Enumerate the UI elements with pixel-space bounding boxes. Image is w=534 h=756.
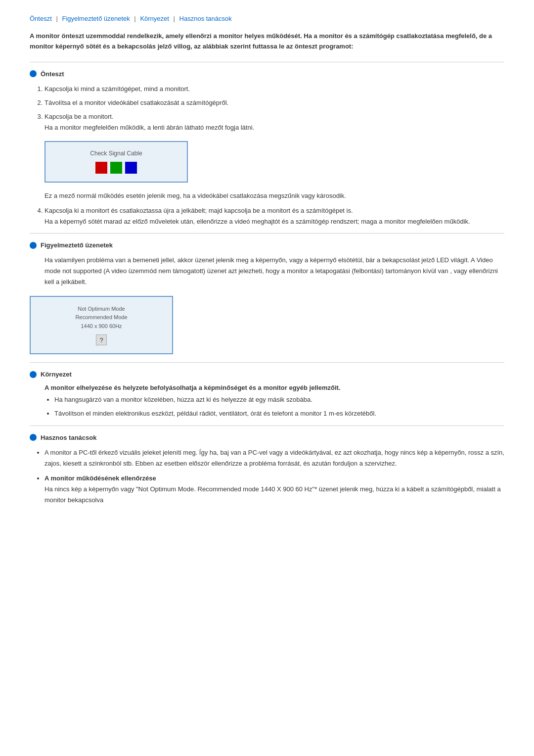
hasznos-sub-item-1: A monitor működésének ellenőrzése Ha nin… <box>44 473 504 506</box>
hasznos-icon <box>30 434 37 441</box>
onteszt-step4: Kapcsolja ki a monitort és csatlakoztass… <box>44 205 504 227</box>
kornyezet-item-1: Ha hangsugárzó van a monitor közelében, … <box>54 394 504 405</box>
nav-link-figyelmeztet[interactable]: Figyelmeztető üzenetek <box>62 15 130 22</box>
step-3: Kapcsolja be a monitort. Ha a monitor me… <box>44 111 504 133</box>
square-blue <box>125 162 137 174</box>
monitor-signal-label: Check Signal Cable <box>53 150 179 157</box>
kornyezet-icon <box>30 371 37 378</box>
nav-link-hasznos[interactable]: Hasznos tanácsok <box>179 15 232 22</box>
hasznos-sub-list: A monitor működésének ellenőrzése Ha nin… <box>44 473 504 506</box>
divider-3 <box>30 362 504 363</box>
kornyezet-item-2: Távolítson el minden elektronikus eszköz… <box>54 408 504 419</box>
divider-1 <box>30 62 504 62</box>
intro-text: A monitor önteszt uzemmoddal rendelkezik… <box>30 31 504 52</box>
section-title-figyelmeztet: Figyelmeztető üzenetek <box>41 241 113 249</box>
not-optimum-text: Not Optimum Mode Recommended Mode 1440 x… <box>39 305 164 331</box>
hasznos-sub-title-1: A monitor működésének ellenőrzése <box>44 474 156 482</box>
hasznos-list: A monitor a PC-től érkező vizuális jelek… <box>44 447 504 469</box>
nav-link-onteszt[interactable]: Önteszt <box>30 15 52 22</box>
section-figyelmeztet: Figyelmeztető üzenetek Ha valamilyen pro… <box>30 241 504 354</box>
section-header-hasznos: Hasznos tanácsok <box>30 434 504 441</box>
step-2: Távolítsa el a monitor videókábel csatla… <box>44 97 504 108</box>
section-header-onteszt: Önteszt <box>30 70 504 78</box>
square-green <box>110 162 122 174</box>
after-diagram-text: Ez a mező normál működés esetén jelenik … <box>44 190 504 201</box>
section-header-figyelmeztet: Figyelmeztető üzenetek <box>30 241 504 249</box>
section-title-onteszt: Önteszt <box>41 70 64 78</box>
question-button[interactable]: ? <box>96 334 107 345</box>
section-onteszt: Önteszt Kapcsolja ki mind a számítógépet… <box>30 70 504 228</box>
figyelmeztet-icon <box>30 242 37 249</box>
divider-2 <box>30 233 504 234</box>
kornyezet-bold-header: A monitor elhelyezése és helyzete befoly… <box>44 384 504 391</box>
onteszt-icon <box>30 70 37 77</box>
section-title-hasznos: Hasznos tanácsok <box>41 434 96 441</box>
section-title-kornyezet: Környezet <box>41 371 72 378</box>
monitor-diagram-2: Not Optimum Mode Recommended Mode 1440 x… <box>30 296 173 355</box>
color-squares <box>53 162 179 174</box>
section-kornyezet: Környezet A monitor elhelyezése és helyz… <box>30 371 504 419</box>
onteszt-steps: Kapcsolja ki mind a számítógépet, mind a… <box>44 84 504 133</box>
hasznos-sub-text-1: Ha nincs kép a képernyőn vagy "Not Optim… <box>44 485 501 504</box>
square-red <box>95 162 107 174</box>
step-1: Kapcsolja ki mind a számítógépet, mind a… <box>44 84 504 94</box>
monitor-diagram-1: Check Signal Cable <box>44 141 188 183</box>
section-header-kornyezet: Környezet <box>30 371 504 378</box>
step-4: Kapcsolja ki a monitort és csatlakoztass… <box>44 205 504 227</box>
hasznos-item-1: A monitor a PC-től érkező vizuális jelek… <box>44 447 504 469</box>
kornyezet-list: Ha hangsugárzó van a monitor közelében, … <box>54 394 504 419</box>
divider-4 <box>30 425 504 426</box>
nav-links: Önteszt | Figyelmeztető üzenetek | Körny… <box>30 15 504 22</box>
section-hasznos: Hasznos tanácsok A monitor a PC-től érke… <box>30 434 504 506</box>
figyelmeztet-text: Ha valamilyen probléma van a bemeneti je… <box>44 255 504 287</box>
nav-link-kornyezet[interactable]: Környezet <box>140 15 169 22</box>
